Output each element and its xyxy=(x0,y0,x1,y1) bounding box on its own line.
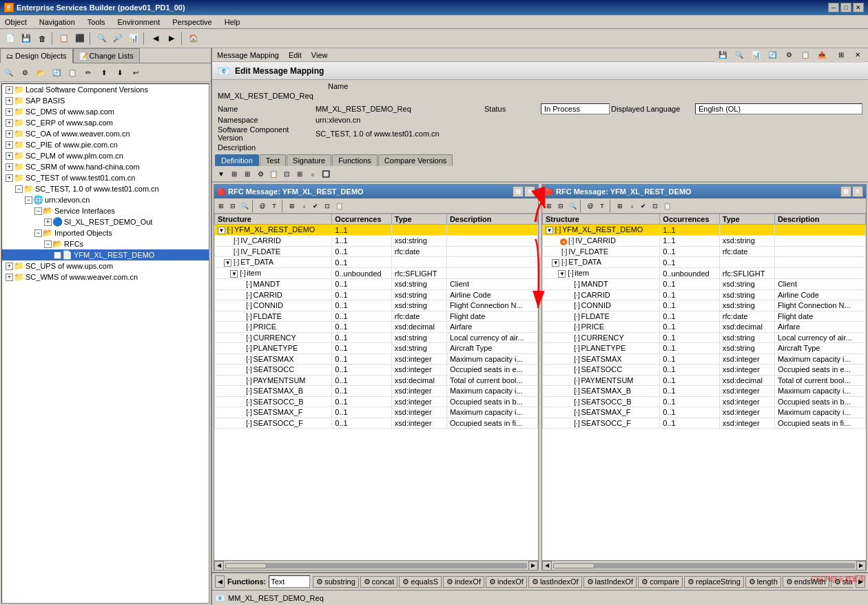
source-row-item[interactable]: ▼[·]item 0..unbounded rfc:SFLIGHT xyxy=(215,268,538,279)
mm-menu-view[interactable]: View xyxy=(309,50,330,60)
tgt-scroll-left[interactable]: ◀ xyxy=(542,561,552,571)
source-row-currency[interactable]: [·]CURRENCY 0..1 xsd:string Local curren… xyxy=(215,332,538,343)
toolbar-btn-6[interactable]: 🔍 xyxy=(94,31,110,46)
mm-corner-expand[interactable]: ⊞ xyxy=(834,48,849,63)
mm-menu-edit[interactable]: Edit xyxy=(287,50,304,60)
target-row-seatsmax-f[interactable]: [·]SEATSMAX_F 0..1 xsd:integer Maximum c… xyxy=(543,407,866,418)
src-tb-6[interactable]: ⊞ xyxy=(287,201,298,212)
tab-compare-versions[interactable]: Compare Versions xyxy=(378,154,453,166)
func-btn-compare-7[interactable]: ⚙compare xyxy=(638,576,683,588)
source-row-root[interactable]: ▼[·]YFM_XL_REST_DEMO 1..1 xyxy=(215,225,538,236)
tgt-tb-9[interactable]: ⊡ xyxy=(650,201,661,212)
expander-urn[interactable]: − xyxy=(25,196,32,204)
source-row-price[interactable]: [·]PRICE 0..1 xsd:decimal Airfare xyxy=(215,322,538,333)
tgt-tb-7[interactable]: ⬦ xyxy=(626,201,637,212)
tgt-tb-1[interactable]: ⊞ xyxy=(544,201,555,212)
func-btn-lastIndexOf-5[interactable]: ⚙lastIndexOf xyxy=(528,576,582,588)
target-row-fldate[interactable]: [·]FLDATE 0..1 rfc:date Flight date xyxy=(543,311,866,322)
source-row-seatsocc[interactable]: [·]SEATSOCC 0..1 xsd:integer Occupied se… xyxy=(215,365,538,376)
toolbar-btn-11[interactable]: 🏠 xyxy=(186,31,201,46)
toolbar-btn-2[interactable]: 💾 xyxy=(19,31,34,46)
target-row-planetype[interactable]: [·]PLANETYPE 0..1 xsd:string Aircraft Ty… xyxy=(543,343,866,354)
mm-tb-btn-1[interactable]: 💾 xyxy=(715,48,730,63)
tab-test[interactable]: Test xyxy=(260,154,286,166)
menu-help[interactable]: Help xyxy=(223,17,242,27)
tgt-tb-5[interactable]: T xyxy=(597,201,608,212)
tree-item-sc-dms[interactable]: +📁SC_DMS of www.sap.com xyxy=(2,106,209,117)
tgt-scroll-right[interactable]: ▶ xyxy=(856,561,866,571)
menu-navigation[interactable]: Navigation xyxy=(37,17,77,27)
tree-item-sc-plm[interactable]: +📁SC_PLM of www.plm.com.cn xyxy=(2,150,209,161)
left-tb-btn-2[interactable]: ⚙ xyxy=(17,65,32,80)
func-btn-length-9[interactable]: ⚙length xyxy=(745,576,781,588)
src-tb-9[interactable]: ⊡ xyxy=(322,201,333,212)
src-tb-4[interactable]: @ xyxy=(257,201,268,212)
tree-item-local[interactable]: +📁Local Software Component Versions xyxy=(2,84,209,95)
expander-sc-dms[interactable]: + xyxy=(6,108,13,116)
tree-item-urn[interactable]: −🌐urn:xlevon.cn xyxy=(2,194,209,205)
tgt-scroll-track[interactable] xyxy=(553,563,855,568)
tree-item-sc-wms[interactable]: +📁SC_WMS of www.weaver.com.cn xyxy=(2,271,209,283)
source-expand-btn[interactable]: ⊞ xyxy=(513,186,524,197)
source-close-btn[interactable]: ✕ xyxy=(524,186,535,197)
mt-btn-8[interactable]: ⬦ xyxy=(307,167,319,180)
toolbar-btn-1[interactable]: 📄 xyxy=(3,31,18,46)
menu-tools[interactable]: Tools xyxy=(85,17,107,27)
left-tb-btn-4[interactable]: 🔄 xyxy=(49,65,64,80)
target-close-btn[interactable]: ✕ xyxy=(852,186,863,197)
expander-sc-erp[interactable]: + xyxy=(6,119,13,127)
src-scroll-left[interactable]: ◀ xyxy=(214,561,224,571)
target-row-iv-fldate[interactable]: [·]IV_FLDATE 0..1 rfc:date xyxy=(543,246,866,257)
functions-input[interactable] xyxy=(269,575,310,588)
expander-sap-basis[interactable]: + xyxy=(6,97,13,105)
tgt-tb-2[interactable]: ⊟ xyxy=(555,201,566,212)
source-row-seatsmax-f[interactable]: [·]SEATSMAX_F 0..1 xsd:integer Maximum c… xyxy=(215,407,538,418)
tgt-tb-4[interactable]: @ xyxy=(585,201,596,212)
mt-btn-3[interactable]: ⊞ xyxy=(241,167,254,180)
source-row-iv-carrid[interactable]: [·]IV_CARRID 1..1 xsd:string xyxy=(215,236,538,247)
menu-object[interactable]: Object xyxy=(3,17,29,27)
expander-sc-test[interactable]: + xyxy=(6,174,13,182)
source-row-fldate[interactable]: [·]FLDATE 0..1 rfc:date Flight date xyxy=(215,311,538,322)
tree-item-imported[interactable]: −📂Imported Objects xyxy=(2,227,209,238)
target-row-seatsmax[interactable]: [·]SEATSMAX 0..1 xsd:integer Maximum cap… xyxy=(543,353,866,365)
src-tb-5[interactable]: T xyxy=(269,201,280,212)
tree-item-sc-test-ver[interactable]: −📁SC_TEST, 1.0 of www.test01.com.cn xyxy=(2,183,209,194)
target-row-seatsocc[interactable]: [·]SEATSOCC 0..1 xsd:integer Occupied se… xyxy=(543,365,866,376)
src-scroll-right[interactable]: ▶ xyxy=(528,561,538,571)
expander-sc-pie[interactable]: + xyxy=(6,141,13,149)
tgt-exp-root[interactable]: ▼ xyxy=(546,227,553,234)
close-button[interactable]: ✕ xyxy=(853,3,864,12)
target-row-currency[interactable]: [·]CURRENCY 0..1 xsd:string Local curren… xyxy=(543,332,866,343)
expander-sc-ups[interactable]: + xyxy=(6,263,13,270)
func-btn-concat-1[interactable]: ⚙concat xyxy=(360,576,397,588)
source-row-connid[interactable]: [·]CONNID 0..1 xsd:string Flight Connect… xyxy=(215,300,538,311)
mt-btn-2[interactable]: ⊞ xyxy=(228,167,240,180)
toolbar-btn-8[interactable]: 📊 xyxy=(126,31,141,46)
source-row-seatsocc-f[interactable]: [·]SEATSOCC_F 0..1 xsd:integer Occupied … xyxy=(215,418,538,429)
source-row-mandt[interactable]: [·]MANDT 0..1 xsd:string Client xyxy=(215,279,538,290)
toolbar-btn-9[interactable]: ◀ xyxy=(148,31,163,46)
target-row-carrid[interactable]: [·]CARRID 0..1 xsd:string Airline Code xyxy=(543,289,866,300)
source-row-iv-fldate[interactable]: [·]IV_FLDATE 0..1 rfc:date xyxy=(215,246,538,257)
maximize-button[interactable]: □ xyxy=(840,3,851,12)
tab-functions[interactable]: Functions xyxy=(332,154,378,166)
expander-sc-wms[interactable]: + xyxy=(6,274,13,281)
mm-tb-btn-7[interactable]: 📤 xyxy=(814,48,829,63)
mt-btn-7[interactable]: ⊞ xyxy=(293,167,306,180)
target-row-seatsocc-f[interactable]: [·]SEATSOCC_F 0..1 xsd:integer Occupied … xyxy=(543,418,866,429)
tgt-tb-3[interactable]: 🔍 xyxy=(567,201,578,212)
src-exp-et-data[interactable]: ▼ xyxy=(224,259,231,267)
expander-sc-oa[interactable]: + xyxy=(6,130,13,138)
tgt-exp-item[interactable]: ▼ xyxy=(558,270,566,278)
src-tb-7[interactable]: ⬦ xyxy=(298,201,309,212)
tgt-tb-8[interactable]: ✔ xyxy=(638,201,649,212)
target-row-item[interactable]: ▼[·]item 0..unbounded rfc:SFLIGHT xyxy=(543,268,866,279)
mm-tb-btn-3[interactable]: 📊 xyxy=(748,48,763,63)
mt-btn-6[interactable]: ⊡ xyxy=(280,167,293,180)
target-row-iv-carrid[interactable]: ●[·]IV_CARRID 1..1 xsd:string xyxy=(543,236,866,247)
expander-si-xl[interactable]: + xyxy=(44,218,52,226)
expander-yfm-xl[interactable]: + xyxy=(54,252,61,259)
tgt-tb-6[interactable]: ⊞ xyxy=(614,201,626,212)
target-row-seatsmax-b[interactable]: [·]SEATSMAX_B 0..1 xsd:integer Maximum c… xyxy=(543,386,866,397)
